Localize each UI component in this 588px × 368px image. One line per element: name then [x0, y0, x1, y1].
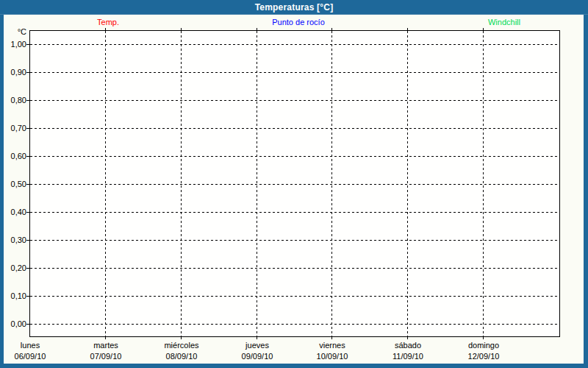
h-gridline	[30, 268, 559, 269]
h-gridline	[30, 184, 559, 185]
chart-window: Temperaturas [°C] °C Temp.Punto de rocío…	[0, 0, 588, 368]
y-axis-unit: °C	[4, 27, 26, 36]
y-tick-label: 0,70	[4, 123, 26, 133]
v-gridline	[181, 31, 182, 336]
y-tick-mark	[26, 184, 29, 185]
y-tick-mark	[26, 296, 29, 297]
y-tick-label: 0,20	[4, 263, 26, 273]
bottom-tick-mark	[331, 337, 332, 339]
y-tick-mark	[26, 100, 29, 101]
y-tick-label: 0,30	[4, 235, 26, 245]
h-gridline	[30, 72, 559, 73]
x-date-label: 11/09/10	[373, 352, 443, 361]
bottom-tick-mark	[257, 337, 257, 339]
y-tick-mark	[26, 324, 29, 325]
h-gridline	[30, 296, 559, 297]
v-gridline	[331, 31, 332, 336]
legend-item-2: Punto de rocío	[272, 18, 325, 26]
legend-item-1: Temp.	[97, 18, 119, 26]
bottom-tick-mark	[105, 337, 106, 339]
y-tick-mark	[26, 240, 29, 241]
h-gridline	[30, 324, 559, 325]
x-day-label: martes	[71, 341, 141, 350]
top-tick-mark	[257, 28, 257, 30]
y-tick-label: 0,10	[4, 291, 26, 301]
bottom-tick-mark	[407, 337, 408, 339]
y-tick-label: 0,80	[4, 95, 26, 105]
x-day-label: jueves	[222, 341, 293, 350]
plot-area	[29, 30, 560, 337]
v-gridline	[257, 31, 257, 336]
y-tick-label: 0,40	[4, 207, 26, 217]
y-tick-label: 0,50	[4, 179, 26, 189]
x-day-label: viernes	[297, 341, 368, 350]
y-tick-mark	[26, 128, 29, 129]
x-day-label: sábado	[373, 341, 443, 350]
x-day-label: lunes	[0, 341, 65, 350]
y-tick-mark	[26, 268, 29, 269]
top-tick-mark	[407, 28, 408, 30]
chart-content: °C Temp.Punto de rocíoWindchill1,000,900…	[4, 15, 584, 364]
h-gridline	[30, 128, 559, 129]
chart-title: Temperaturas [°C]	[255, 2, 334, 13]
x-date-label: 08/09/10	[146, 352, 217, 361]
h-gridline	[30, 44, 559, 45]
h-gridline	[30, 156, 559, 157]
y-tick-label: 0,60	[4, 151, 26, 161]
x-day-label: domingo	[448, 341, 519, 350]
y-tick-label: 0,90	[4, 67, 26, 77]
top-tick-mark	[181, 28, 182, 30]
top-tick-mark	[105, 28, 106, 30]
bottom-tick-mark	[181, 337, 182, 339]
x-date-label: 06/09/10	[0, 352, 65, 361]
top-tick-mark	[331, 28, 332, 30]
chart-title-bar: Temperaturas [°C]	[0, 0, 588, 15]
y-tick-mark	[26, 212, 29, 213]
v-gridline	[105, 31, 106, 336]
y-tick-mark	[26, 156, 29, 157]
bottom-tick-mark	[483, 337, 484, 339]
y-tick-mark	[26, 72, 29, 73]
y-tick-label: 1,00	[4, 39, 26, 49]
x-date-label: 12/09/10	[448, 352, 519, 361]
h-gridline	[30, 212, 559, 213]
x-date-label: 07/09/10	[71, 352, 141, 361]
v-gridline	[483, 31, 484, 336]
legend-item-3: Windchill	[488, 18, 520, 26]
y-tick-label: 0,00	[4, 319, 26, 329]
h-gridline	[30, 240, 559, 241]
top-tick-mark	[483, 28, 484, 30]
x-date-label: 10/09/10	[297, 352, 368, 361]
x-day-label: miércoles	[146, 341, 217, 350]
v-gridline	[407, 31, 408, 336]
y-tick-mark	[26, 44, 29, 45]
x-date-label: 09/09/10	[222, 352, 293, 361]
h-gridline	[30, 100, 559, 101]
